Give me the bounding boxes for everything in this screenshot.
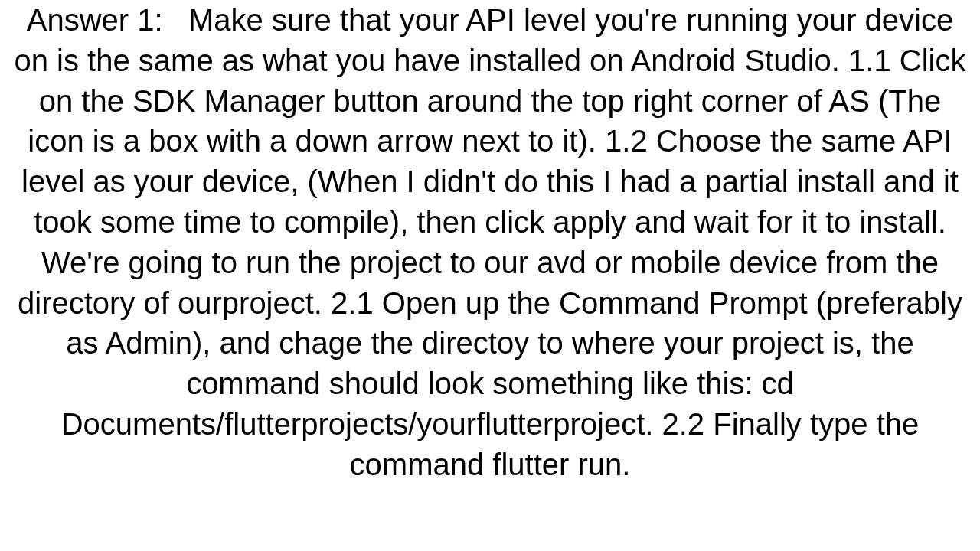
answer-body: Make sure that your API level you're run… (15, 3, 966, 481)
answer-label: Answer 1: (27, 3, 163, 37)
answer-block: Answer 1: Make sure that your API level … (0, 0, 980, 485)
